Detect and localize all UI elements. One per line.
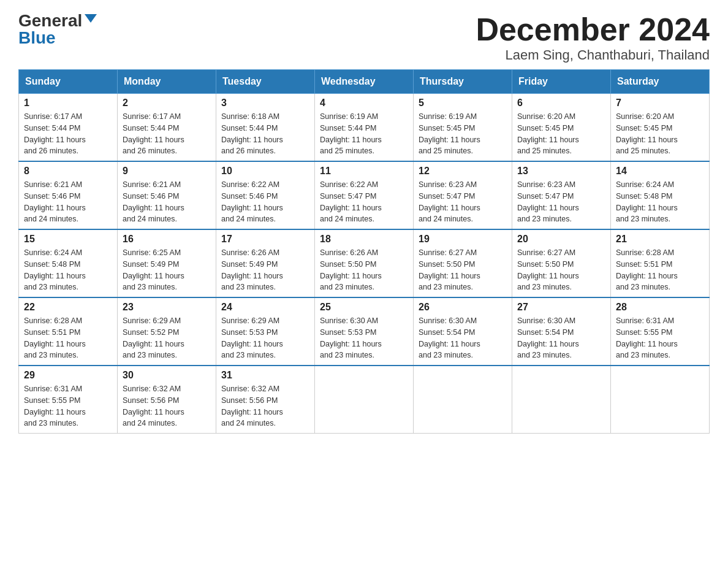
calendar-day-cell: 10Sunrise: 6:22 AMSunset: 5:46 PMDayligh… xyxy=(216,161,315,229)
day-number: 8 xyxy=(24,166,112,177)
calendar-week-row: 29Sunrise: 6:31 AMSunset: 5:55 PMDayligh… xyxy=(19,366,710,434)
day-number: 16 xyxy=(123,234,211,245)
day-info: Sunrise: 6:28 AMSunset: 5:51 PMDaylight:… xyxy=(24,315,112,361)
day-number: 1 xyxy=(24,98,112,109)
calendar-day-cell: 16Sunrise: 6:25 AMSunset: 5:49 PMDayligh… xyxy=(118,229,216,297)
calendar-day-cell: 29Sunrise: 6:31 AMSunset: 5:55 PMDayligh… xyxy=(19,366,118,434)
calendar-day-cell: 27Sunrise: 6:30 AMSunset: 5:54 PMDayligh… xyxy=(512,297,611,366)
day-info: Sunrise: 6:27 AMSunset: 5:50 PMDaylight:… xyxy=(419,247,507,293)
day-number: 24 xyxy=(221,302,309,313)
calendar-day-cell: 4Sunrise: 6:19 AMSunset: 5:44 PMDaylight… xyxy=(315,94,414,162)
day-number: 29 xyxy=(24,370,112,381)
day-number: 17 xyxy=(221,234,309,245)
calendar-day-cell: 9Sunrise: 6:21 AMSunset: 5:46 PMDaylight… xyxy=(118,161,216,229)
title-block: December 2024 Laem Sing, Chanthaburi, Th… xyxy=(476,12,710,63)
day-number: 27 xyxy=(517,302,605,313)
calendar-day-header: Wednesday xyxy=(315,70,414,94)
day-info: Sunrise: 6:31 AMSunset: 5:55 PMDaylight:… xyxy=(24,383,112,429)
day-number: 6 xyxy=(517,98,605,109)
calendar-day-header: Tuesday xyxy=(216,70,315,94)
day-number: 28 xyxy=(616,302,704,313)
day-number: 7 xyxy=(616,98,704,109)
calendar-day-cell: 30Sunrise: 6:32 AMSunset: 5:56 PMDayligh… xyxy=(118,366,216,434)
day-info: Sunrise: 6:18 AMSunset: 5:44 PMDaylight:… xyxy=(221,111,309,157)
day-number: 20 xyxy=(517,234,605,245)
calendar-day-cell: 13Sunrise: 6:23 AMSunset: 5:47 PMDayligh… xyxy=(512,161,611,229)
calendar-day-cell: 31Sunrise: 6:32 AMSunset: 5:56 PMDayligh… xyxy=(216,366,315,434)
day-number: 18 xyxy=(320,234,408,245)
day-info: Sunrise: 6:24 AMSunset: 5:48 PMDaylight:… xyxy=(616,179,704,225)
day-number: 4 xyxy=(320,98,408,109)
day-info: Sunrise: 6:19 AMSunset: 5:45 PMDaylight:… xyxy=(419,111,507,157)
calendar-day-cell: 22Sunrise: 6:28 AMSunset: 5:51 PMDayligh… xyxy=(19,297,118,366)
day-number: 9 xyxy=(123,166,211,177)
day-number: 15 xyxy=(24,234,112,245)
calendar-day-cell: 26Sunrise: 6:30 AMSunset: 5:54 PMDayligh… xyxy=(414,297,512,366)
calendar-day-cell: 17Sunrise: 6:26 AMSunset: 5:49 PMDayligh… xyxy=(216,229,315,297)
calendar-header-row: SundayMondayTuesdayWednesdayThursdayFrid… xyxy=(19,70,710,94)
calendar-day-cell: 11Sunrise: 6:22 AMSunset: 5:47 PMDayligh… xyxy=(315,161,414,229)
day-info: Sunrise: 6:24 AMSunset: 5:48 PMDaylight:… xyxy=(24,247,112,293)
calendar-day-cell: 21Sunrise: 6:28 AMSunset: 5:51 PMDayligh… xyxy=(611,229,710,297)
day-info: Sunrise: 6:29 AMSunset: 5:52 PMDaylight:… xyxy=(123,315,211,361)
calendar-day-cell xyxy=(512,366,611,434)
day-number: 12 xyxy=(419,166,507,177)
day-info: Sunrise: 6:22 AMSunset: 5:46 PMDaylight:… xyxy=(221,179,309,225)
calendar-title: December 2024 xyxy=(476,12,710,47)
day-info: Sunrise: 6:32 AMSunset: 5:56 PMDaylight:… xyxy=(221,383,309,429)
day-info: Sunrise: 6:22 AMSunset: 5:47 PMDaylight:… xyxy=(320,179,408,225)
calendar-week-row: 1Sunrise: 6:17 AMSunset: 5:44 PMDaylight… xyxy=(19,94,710,162)
day-info: Sunrise: 6:26 AMSunset: 5:49 PMDaylight:… xyxy=(221,247,309,293)
day-number: 2 xyxy=(123,98,211,109)
calendar-day-cell: 5Sunrise: 6:19 AMSunset: 5:45 PMDaylight… xyxy=(414,94,512,162)
calendar-day-cell: 6Sunrise: 6:20 AMSunset: 5:45 PMDaylight… xyxy=(512,94,611,162)
calendar-day-cell xyxy=(315,366,414,434)
calendar-day-cell: 14Sunrise: 6:24 AMSunset: 5:48 PMDayligh… xyxy=(611,161,710,229)
calendar-week-row: 8Sunrise: 6:21 AMSunset: 5:46 PMDaylight… xyxy=(19,161,710,229)
day-info: Sunrise: 6:23 AMSunset: 5:47 PMDaylight:… xyxy=(419,179,507,225)
calendar-day-cell: 12Sunrise: 6:23 AMSunset: 5:47 PMDayligh… xyxy=(414,161,512,229)
day-number: 22 xyxy=(24,302,112,313)
day-info: Sunrise: 6:25 AMSunset: 5:49 PMDaylight:… xyxy=(123,247,211,293)
day-info: Sunrise: 6:21 AMSunset: 5:46 PMDaylight:… xyxy=(24,179,112,225)
calendar-day-header: Friday xyxy=(512,70,611,94)
calendar-day-cell: 25Sunrise: 6:30 AMSunset: 5:53 PMDayligh… xyxy=(315,297,414,366)
day-info: Sunrise: 6:17 AMSunset: 5:44 PMDaylight:… xyxy=(24,111,112,157)
day-info: Sunrise: 6:26 AMSunset: 5:50 PMDaylight:… xyxy=(320,247,408,293)
day-info: Sunrise: 6:31 AMSunset: 5:55 PMDaylight:… xyxy=(616,315,704,361)
day-info: Sunrise: 6:21 AMSunset: 5:46 PMDaylight:… xyxy=(123,179,211,225)
day-info: Sunrise: 6:29 AMSunset: 5:53 PMDaylight:… xyxy=(221,315,309,361)
calendar-day-cell: 24Sunrise: 6:29 AMSunset: 5:53 PMDayligh… xyxy=(216,297,315,366)
calendar-day-cell xyxy=(414,366,512,434)
calendar-day-header: Sunday xyxy=(19,70,118,94)
day-info: Sunrise: 6:30 AMSunset: 5:54 PMDaylight:… xyxy=(517,315,605,361)
calendar-day-cell xyxy=(611,366,710,434)
calendar-day-cell: 3Sunrise: 6:18 AMSunset: 5:44 PMDaylight… xyxy=(216,94,315,162)
calendar-week-row: 22Sunrise: 6:28 AMSunset: 5:51 PMDayligh… xyxy=(19,297,710,366)
logo-general-text: General xyxy=(18,12,82,29)
calendar-week-row: 15Sunrise: 6:24 AMSunset: 5:48 PMDayligh… xyxy=(19,229,710,297)
calendar-subtitle: Laem Sing, Chanthaburi, Thailand xyxy=(476,47,710,63)
day-info: Sunrise: 6:30 AMSunset: 5:53 PMDaylight:… xyxy=(320,315,408,361)
day-number: 11 xyxy=(320,166,408,177)
day-number: 5 xyxy=(419,98,507,109)
calendar-day-header: Monday xyxy=(118,70,216,94)
day-number: 23 xyxy=(123,302,211,313)
day-info: Sunrise: 6:28 AMSunset: 5:51 PMDaylight:… xyxy=(616,247,704,293)
calendar-day-cell: 15Sunrise: 6:24 AMSunset: 5:48 PMDayligh… xyxy=(19,229,118,297)
calendar-day-cell: 28Sunrise: 6:31 AMSunset: 5:55 PMDayligh… xyxy=(611,297,710,366)
calendar-day-cell: 20Sunrise: 6:27 AMSunset: 5:50 PMDayligh… xyxy=(512,229,611,297)
logo-blue-text: Blue xyxy=(18,29,56,47)
day-number: 10 xyxy=(221,166,309,177)
day-info: Sunrise: 6:32 AMSunset: 5:56 PMDaylight:… xyxy=(123,383,211,429)
day-number: 14 xyxy=(616,166,704,177)
calendar-day-cell: 1Sunrise: 6:17 AMSunset: 5:44 PMDaylight… xyxy=(19,94,118,162)
day-number: 31 xyxy=(221,370,309,381)
day-number: 19 xyxy=(419,234,507,245)
calendar-day-cell: 8Sunrise: 6:21 AMSunset: 5:46 PMDaylight… xyxy=(19,161,118,229)
calendar-day-cell: 18Sunrise: 6:26 AMSunset: 5:50 PMDayligh… xyxy=(315,229,414,297)
day-info: Sunrise: 6:20 AMSunset: 5:45 PMDaylight:… xyxy=(517,111,605,157)
day-number: 30 xyxy=(123,370,211,381)
day-info: Sunrise: 6:27 AMSunset: 5:50 PMDaylight:… xyxy=(517,247,605,293)
day-number: 26 xyxy=(419,302,507,313)
